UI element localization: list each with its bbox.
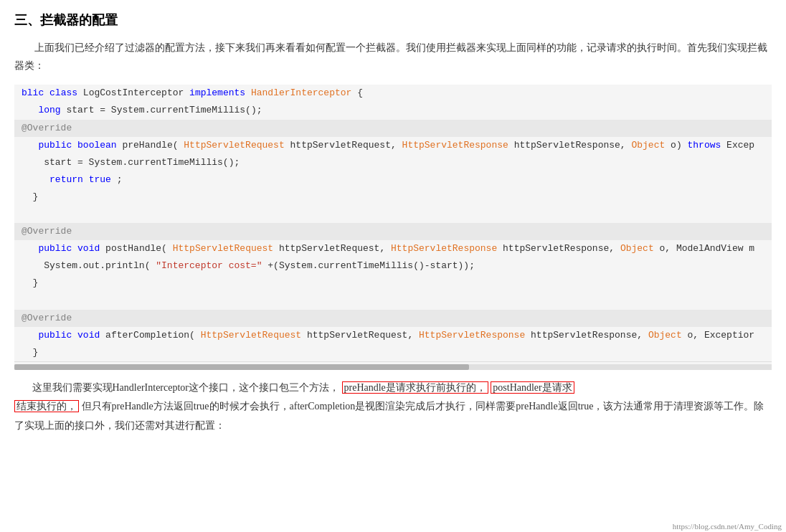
horizontal-scrollbar[interactable] (14, 361, 772, 370)
scrollbar-track (14, 364, 772, 370)
intro-text: 上面我们已经介绍了过滤器的配置方法，接下来我们再来看看如何配置一个拦截器。我们使… (14, 39, 772, 75)
code-line-14: @Override (14, 310, 772, 327)
code-line-7: } (14, 189, 772, 206)
code-block[interactable]: blic class LogCostInterceptor implements… (14, 85, 772, 361)
bottom-text-part1: 这里我们需要实现HandlerInterceptor这个接口，这个接口包三个方法… (14, 382, 342, 393)
code-line-6: return true ; (14, 171, 772, 189)
highlight-prehandle: preHandle是请求执行前执行的， (342, 381, 488, 394)
page-container: 三、拦截器的配置 上面我们已经介绍了过滤器的配置方法，接下来我们再来看看如何配置… (0, 0, 786, 447)
code-line-5: start = System.currentTimeMillis(); (14, 154, 772, 171)
code-line-12: } (14, 275, 772, 292)
code-line-9: @Override (14, 223, 772, 240)
bottom-text: 这里我们需要实现HandlerInterceptor这个接口，这个接口包三个方法… (14, 379, 772, 436)
code-line-15: public void afterCompletion( HttpServlet… (14, 327, 772, 344)
code-line-11: System.out.println( "Interceptor cost=" … (14, 257, 772, 275)
highlight-posthandler: postHandler是请求 (491, 381, 574, 394)
code-line-3: @Override (14, 120, 772, 137)
bottom-text-part2: 但只有preHandle方法返回true的时候才会执行，afterComplet… (14, 401, 764, 431)
code-line-1: blic class LogCostInterceptor implements… (14, 85, 772, 102)
section-title: 三、拦截器的配置 (14, 11, 772, 29)
highlight-end: 结束执行的， (14, 400, 79, 412)
scrollbar-thumb[interactable] (14, 364, 469, 370)
code-line-4: public boolean preHandle( HttpServletReq… (14, 137, 772, 154)
code-line-10: public void postHandle( HttpServletReque… (14, 240, 772, 257)
code-line-2: long start = System.currentTimeMillis(); (14, 102, 772, 119)
code-line-8 (14, 206, 772, 223)
code-line-16: } (14, 344, 772, 361)
code-line-13 (14, 293, 772, 310)
